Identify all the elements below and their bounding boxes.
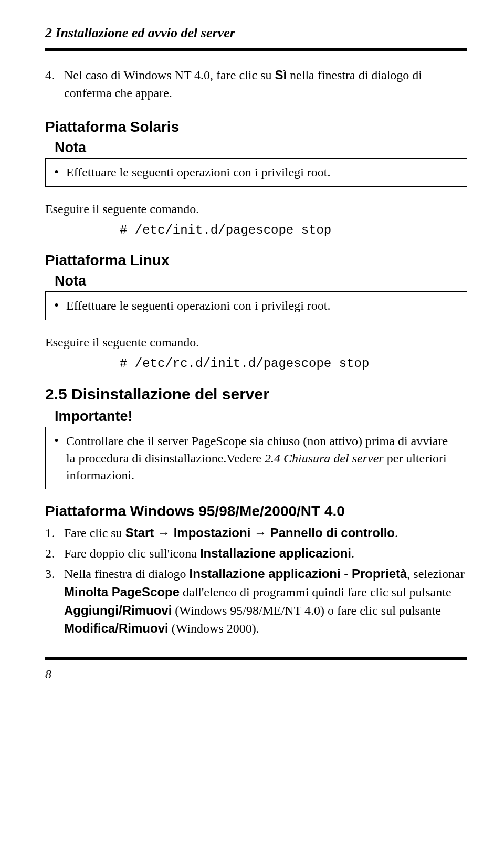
item-number: 1. [45, 524, 64, 542]
nota-text-solaris: Effettuare le seguenti operazioni con i … [66, 164, 458, 181]
header-rule [45, 48, 467, 51]
run-label-solaris: Eseguire il seguente comando. [45, 201, 467, 218]
page-number: 8 [45, 667, 467, 681]
bullet-icon: • [54, 164, 59, 180]
nota-label-solaris: Nota [55, 140, 467, 156]
step-4: 4.Nel caso di Windows NT 4.0, fare clic … [45, 66, 467, 102]
section-heading-2-5: 2.5 Disinstallazione del server [45, 385, 467, 403]
nota-box-linux: • Effettuare le seguenti operazioni con … [45, 291, 467, 320]
item-post: (Windows 2000). [169, 622, 259, 635]
item-bold-4: Modifica/Rimuovi [64, 621, 169, 635]
heading-windows: Piattaforma Windows 95/98/Me/2000/NT 4.0 [45, 503, 467, 520]
code-solaris: # /etc/init.d/pagescope stop [120, 223, 467, 237]
item-mid-1: , selezionar [407, 567, 464, 581]
bullet-icon: • [54, 433, 59, 449]
item-number: 2. [45, 544, 64, 563]
item-bold-1: Start [125, 525, 154, 540]
item-bold-3: Pannello di controllo [270, 525, 395, 540]
item-pre: Fare doppio clic sull'icona [64, 546, 200, 560]
item-bold-2: Minolta PageScope [64, 585, 180, 599]
importante-box: • Controllare che il server PageScope si… [45, 427, 467, 489]
nota-label-linux: Nota [55, 273, 467, 289]
page: 2 Installazione ed avvio del server 4.Ne… [0, 0, 504, 852]
item-mid-3: (Windows 95/98/ME/NT 4.0) o fare clic su… [172, 604, 441, 617]
step-number: 4. [45, 67, 64, 85]
nota-bullet-linux: • Effettuare le seguenti operazioni con … [54, 297, 458, 314]
heading-solaris: Piattaforma Solaris [45, 119, 467, 135]
importante-label: Importante! [55, 408, 467, 425]
bullet-icon: • [54, 297, 59, 313]
item-bold-1: Installazione applicazioni - Proprietà [190, 566, 407, 581]
item-bold-3: Aggiungi/Rimuovi [64, 603, 172, 617]
arrow-icon: → [154, 525, 173, 540]
list-item: 3.Nella finestra di dialogo Installazion… [45, 565, 467, 638]
heading-linux: Piattaforma Linux [45, 252, 467, 269]
nota-bullet-solaris: • Effettuare le seguenti operazioni con … [54, 164, 458, 181]
step-text-pre: Nel caso di Windows NT 4.0, fare clic su [64, 68, 275, 82]
footer-rule [45, 657, 467, 660]
item-pre: Fare clic su [64, 526, 125, 540]
nota-text-linux: Effettuare le seguenti operazioni con i … [66, 297, 458, 314]
list-item: 2.Fare doppio clic sull'icona Installazi… [45, 544, 467, 563]
item-number: 3. [45, 565, 64, 583]
item-bold-2: Impostazioni [174, 525, 251, 540]
item-post: . [351, 546, 354, 560]
run-label-linux: Eseguire il seguente comando. [45, 334, 467, 352]
code-linux: # /etc/rc.d/init.d/pagescope stop [120, 356, 467, 371]
importante-bullet: • Controllare che il server PageScope si… [54, 433, 458, 483]
item-post: . [395, 526, 398, 540]
importante-ital: 2.4 Chiusura del server [265, 451, 384, 465]
nota-box-solaris: • Effettuare le seguenti operazioni con … [45, 158, 467, 186]
step-text-bold: Sì [275, 68, 287, 82]
arrow-icon: → [250, 525, 270, 540]
item-pre: Nella finestra di dialogo [64, 567, 190, 581]
item-mid-2: dall'elenco di programmi quindi fare cli… [180, 585, 452, 599]
item-bold-1: Installazione applicazioni [200, 546, 351, 560]
list-item: 1.Fare clic su Start → Impostazioni → Pa… [45, 524, 467, 542]
windows-steps: 1.Fare clic su Start → Impostazioni → Pa… [45, 524, 467, 638]
importante-text: Controllare che il server PageScope sia … [66, 433, 458, 483]
running-header: 2 Installazione ed avvio del server [45, 25, 467, 41]
